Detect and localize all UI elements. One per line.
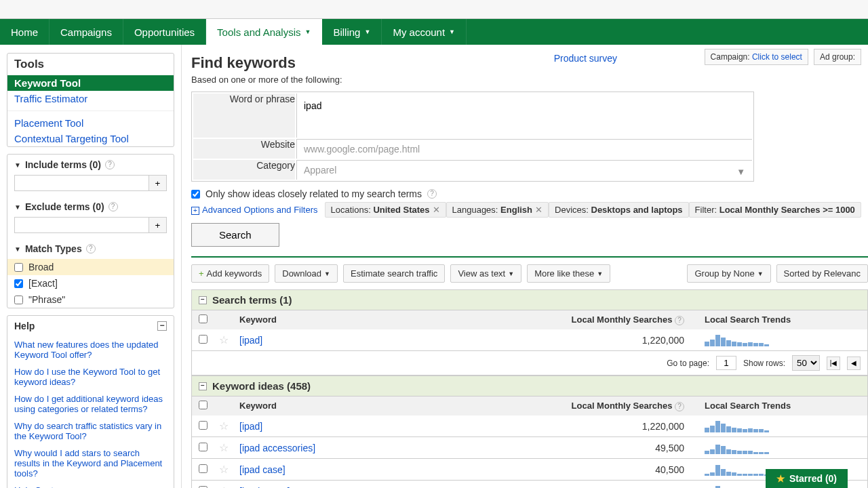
match-checkbox[interactable] [14,296,23,304]
help-icon[interactable]: ? [86,244,96,253]
more-like-these-button[interactable]: More like these▼ [527,264,610,283]
category-label: Category [193,160,295,180]
filter-tag: Devices: Desktops and laptops [549,202,689,218]
tool-keyword-tool[interactable]: Keyword Tool [7,75,174,91]
download-button[interactable]: Download▼ [275,264,338,283]
keyword-link[interactable]: [ipad] [239,335,262,346]
website-label: Website [193,139,295,159]
page-subtitle: Based on one or more of the following: [191,75,868,85]
tool-placement-tool[interactable]: Placement Tool [7,115,174,131]
sort-by-button[interactable]: Sorted by Relevanc [776,264,868,283]
row-checkbox[interactable] [199,486,208,489]
collapse-icon[interactable]: − [157,321,167,331]
nav-tools-and-analysis[interactable]: Tools and Analysis▼ [206,19,322,45]
help-icon[interactable]: ? [108,202,118,211]
match-checkbox[interactable] [14,263,23,272]
lms-value: 49,500 [549,443,684,453]
chevron-down-icon: ▼ [324,270,330,277]
col-trend[interactable]: Local Search Trends [684,401,820,411]
search-button[interactable]: Search [191,223,279,247]
website-input[interactable] [297,139,752,159]
help-link[interactable]: How do I use the Keyword Tool to get key… [7,363,174,390]
exclude-term-input[interactable] [14,217,149,233]
nav-home[interactable]: Home [0,19,50,45]
chevron-down-icon: ▼ [305,28,311,35]
remove-tag-icon[interactable]: ✕ [535,205,542,215]
tool-traffic-estimator[interactable]: Traffic Estimator [7,91,174,106]
match-type-option[interactable]: Broad [7,259,174,275]
row-checkbox[interactable] [199,443,208,451]
group-by-button[interactable]: Group by None▼ [687,264,770,283]
col-keyword[interactable]: Keyword [239,314,549,325]
star-icon[interactable]: ☆ [219,442,229,453]
help-link[interactable]: Why do search traffic statistics vary in… [7,418,174,445]
chevron-down-icon[interactable]: ▼ [736,167,745,177]
only-show-label: Only show ideas closely related to my se… [205,188,422,199]
keyword-link[interactable]: [ipad cases] [239,486,290,489]
category-input[interactable] [297,160,752,180]
first-page-button[interactable]: |◀ [827,357,840,370]
nav-campaigns[interactable]: Campaigns [50,19,123,45]
lms-value: 1,220,000 [549,335,684,346]
view-as-text-button[interactable]: View as text▼ [450,264,521,283]
prev-page-button[interactable]: ◀ [847,357,861,370]
match-checkbox[interactable] [14,279,23,288]
nav-my-account[interactable]: My account▼ [382,19,467,45]
col-lms[interactable]: Local Monthly Searches ? [549,314,684,325]
match-type-option[interactable]: [Exact] [7,275,174,291]
keyword-link[interactable]: [ipad] [239,421,262,432]
include-add-button[interactable]: + [149,175,167,191]
lms-value: 40,500 [549,486,684,489]
match-types-section[interactable]: ▼Match Types? [7,239,174,259]
plus-icon[interactable]: + [191,207,199,215]
help-link[interactable]: What new features does the updated Keywo… [7,336,174,363]
row-checkbox[interactable] [199,464,208,473]
star-icon[interactable]: ☆ [219,334,229,346]
nav-opportunities[interactable]: Opportunities [123,19,206,45]
help-link[interactable]: Why would I add stars to search results … [7,445,174,482]
product-survey-link[interactable]: Product survey [554,53,617,64]
remove-tag-icon[interactable]: ✕ [433,205,440,215]
help-icon[interactable]: ? [427,189,437,199]
help-icon[interactable]: ? [675,402,684,411]
nav-billing[interactable]: Billing▼ [322,19,382,45]
collapse-icon[interactable]: − [199,296,207,304]
adgroup-selector[interactable]: Ad group: [814,49,861,65]
collapse-icon[interactable]: − [199,382,207,390]
star-icon[interactable]: ☆ [219,464,229,475]
word-input[interactable]: ipad [297,94,752,136]
row-checkbox[interactable] [199,335,208,344]
col-keyword[interactable]: Keyword [239,401,549,411]
campaign-selector[interactable]: Campaign: Click to select [705,49,808,65]
page-input[interactable] [716,356,736,370]
estimate-button[interactable]: Estimate search traffic [343,264,445,283]
include-terms-section[interactable]: ▼Include terms (0)? [7,155,174,175]
help-icon[interactable]: ? [675,316,684,325]
add-keywords-button[interactable]: +Add keywords [191,264,269,283]
table-row: ☆[ipad]1,220,000 [191,329,868,351]
starred-panel[interactable]: ★Starred (0) [766,469,848,488]
select-all-checkbox[interactable] [199,314,208,323]
col-lms[interactable]: Local Monthly Searches ? [549,401,684,411]
keyword-link[interactable]: [ipad accessories] [239,443,315,453]
star-icon[interactable]: ☆ [219,420,229,432]
help-link[interactable]: Help Center [7,482,174,488]
exclude-terms-section[interactable]: ▼Exclude terms (0)? [7,197,174,217]
search-terms-header[interactable]: −Search terms (1) [191,289,868,310]
row-checkbox[interactable] [199,421,208,430]
help-icon[interactable]: ? [105,160,115,169]
rows-select[interactable]: 50 [792,355,820,371]
tool-contextual-targeting-tool[interactable]: Contextual Targeting Tool [7,131,174,146]
keyword-link[interactable]: [ipad case] [239,464,285,475]
chevron-down-icon: ▼ [597,270,603,277]
col-trend[interactable]: Local Search Trends [684,314,820,325]
advanced-options-link[interactable]: Advanced Options and Filters [202,205,318,215]
help-link[interactable]: How do I get additional keyword ideas us… [7,390,174,418]
keyword-ideas-header[interactable]: −Keyword ideas (458) [191,375,868,396]
match-type-option[interactable]: "Phrase" [7,291,174,308]
select-all-checkbox[interactable] [199,401,208,409]
exclude-add-button[interactable]: + [149,217,167,233]
include-term-input[interactable] [14,175,149,191]
star-icon[interactable]: ☆ [219,485,229,488]
only-show-checkbox[interactable] [191,190,200,199]
